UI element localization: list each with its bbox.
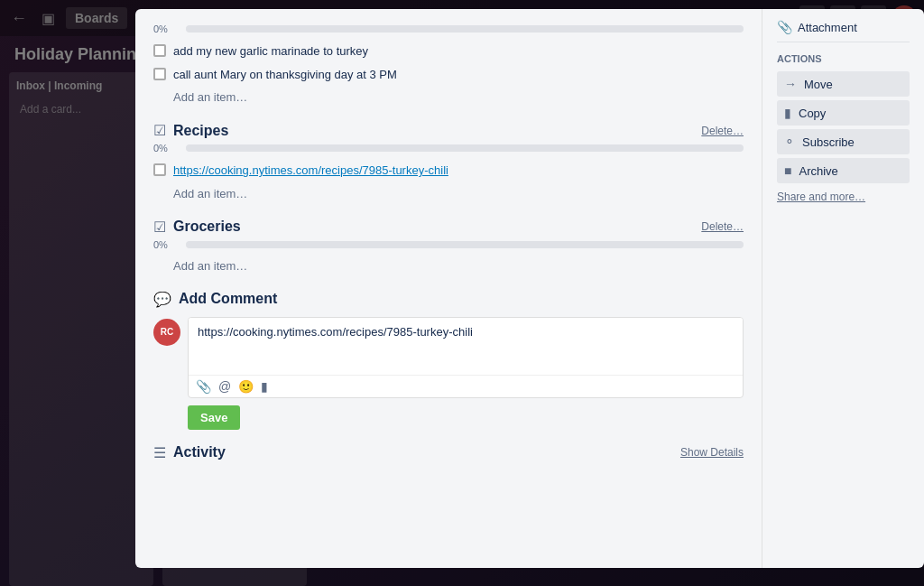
subscribe-button[interactable]: ⚬ Subscribe: [777, 129, 910, 154]
checklist-icon-recipes: ☑: [153, 122, 166, 139]
progress-row-groceries: 0%: [153, 239, 744, 250]
subscribe-label: Subscribe: [802, 135, 855, 149]
card-detail-modal: 0% add my new garlic marinade to turkey …: [135, 9, 924, 568]
comment-section-title: Add Comment: [179, 291, 277, 307]
checklist-header-recipes: ☑ Recipes Delete…: [153, 122, 744, 139]
checklist-item: add my new garlic marinade to turkey: [153, 40, 744, 63]
progress-row-top: 0%: [153, 23, 744, 34]
progress-label-top: 0%: [153, 23, 179, 34]
attachment-text: Attachment: [798, 21, 857, 34]
checklist-items-groceries: Add an item…: [153, 256, 744, 276]
activity-header-row: ☰ Activity Show Details: [153, 444, 744, 461]
add-item-top[interactable]: Add an item…: [153, 87, 744, 107]
checklist-top: 0% add my new garlic marinade to turkey …: [153, 23, 744, 107]
emoji-icon[interactable]: 🙂: [238, 379, 254, 394]
attach-icon[interactable]: 📎: [196, 379, 211, 394]
checklist-icon-groceries: ☑: [153, 219, 166, 236]
progress-label-recipes: 0%: [153, 143, 179, 153]
copy-button[interactable]: ▮ Copy: [777, 100, 910, 126]
copy-label: Copy: [799, 107, 826, 120]
activity-icon: ☰: [153, 444, 166, 461]
checklist-recipes: ☑ Recipes Delete… 0% https://cooking.nyt…: [153, 122, 744, 203]
progress-bar-bg-recipes: [186, 144, 744, 152]
checkbox-1[interactable]: [153, 68, 166, 80]
move-label: Move: [804, 78, 833, 91]
delete-groceries-button[interactable]: Delete…: [701, 220, 744, 233]
subscribe-icon: ⚬: [784, 135, 795, 149]
card-icon[interactable]: ▮: [261, 379, 268, 394]
comment-toolbar: 📎 @ 🙂 ▮: [189, 375, 743, 397]
move-icon: →: [784, 77, 797, 91]
checklist-groceries: ☑ Groceries Delete… 0% Add an item…: [153, 219, 744, 276]
comment-input-row: RC https://cooking.nytimes.com/recipes/7…: [153, 317, 744, 398]
add-item-recipes[interactable]: Add an item…: [153, 183, 744, 204]
activity-title: Activity: [173, 444, 226, 460]
activity-section: ☰ Activity Show Details: [153, 444, 744, 461]
progress-label-groceries: 0%: [153, 239, 179, 250]
activity-title-row: ☰ Activity: [153, 444, 226, 461]
checklist-title-row-recipes: ☑ Recipes: [153, 122, 228, 139]
show-details-button[interactable]: Show Details: [680, 446, 744, 459]
checklist-item-recipe: https://cooking.nytimes.com/recipes/7985…: [153, 159, 744, 182]
progress-bar-bg-groceries: [186, 241, 744, 248]
sidebar-divider: [777, 42, 910, 42]
save-comment-button[interactable]: Save: [188, 405, 240, 430]
comment-box: https://cooking.nytimes.com/recipes/7985…: [188, 317, 744, 398]
comment-section-header: 💬 Add Comment: [153, 291, 744, 308]
comment-user-avatar: RC: [153, 319, 180, 346]
checklist-title-recipes: Recipes: [173, 123, 228, 139]
actions-title: Actions: [777, 53, 910, 64]
archive-label: Archive: [799, 164, 837, 178]
checklist-title-groceries: Groceries: [173, 219, 241, 235]
checkbox-0[interactable]: [153, 44, 166, 57]
checklist-title-row-groceries: ☑ Groceries: [153, 219, 241, 236]
add-item-groceries[interactable]: Add an item…: [153, 256, 744, 276]
checklist-item: call aunt Mary on thanksgiving day at 3 …: [153, 63, 744, 87]
checklist-item-text: add my new garlic marinade to turkey: [173, 43, 368, 60]
comment-textarea[interactable]: https://cooking.nytimes.com/recipes/7985…: [189, 318, 743, 372]
delete-recipes-button[interactable]: Delete…: [701, 125, 744, 137]
checklist-item-link[interactable]: https://cooking.nytimes.com/recipes/7985…: [173, 163, 448, 179]
attachment-row: 📎 Attachment: [777, 20, 910, 34]
progress-row-recipes: 0%: [153, 143, 744, 153]
checklist-items-top: add my new garlic marinade to turkey cal…: [153, 40, 744, 107]
archive-icon: ■: [784, 163, 791, 178]
progress-bar-bg-top: [186, 25, 744, 33]
checklist-header-groceries: ☑ Groceries Delete…: [153, 219, 744, 236]
checklist-item-text: call aunt Mary on thanksgiving day at 3 …: [173, 67, 397, 83]
move-button[interactable]: → Move: [777, 71, 910, 97]
modal-sidebar: 📎 Attachment Actions → Move ▮ Copy ⚬ Sub…: [762, 9, 924, 568]
checkbox-recipe-0[interactable]: [153, 163, 166, 176]
share-more-button[interactable]: Share and more…: [777, 191, 865, 203]
mention-icon[interactable]: @: [218, 379, 231, 394]
modal-main-content: 0% add my new garlic marinade to turkey …: [135, 9, 762, 568]
comment-section: 💬 Add Comment RC https://cooking.nytimes…: [153, 291, 744, 430]
attachment-icon: 📎: [777, 20, 792, 34]
comment-section-icon: 💬: [153, 291, 171, 308]
copy-icon: ▮: [784, 106, 791, 120]
archive-button[interactable]: ■ Archive: [777, 158, 910, 183]
checklist-items-recipes: https://cooking.nytimes.com/recipes/7985…: [153, 159, 744, 203]
